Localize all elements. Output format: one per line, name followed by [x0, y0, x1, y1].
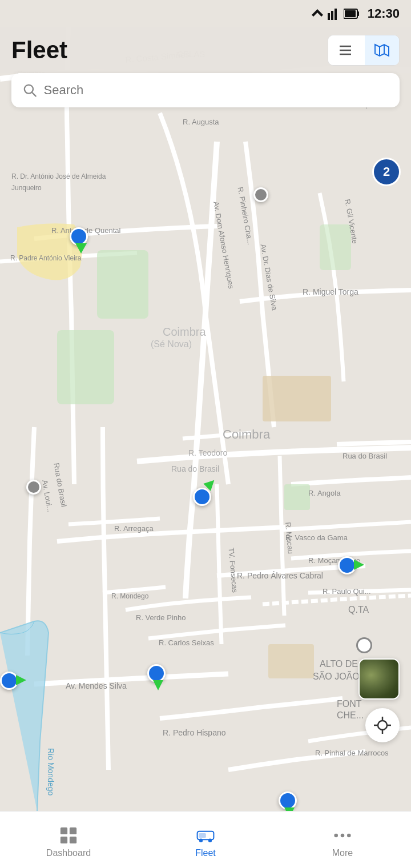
svg-rect-3 — [335, 9, 337, 20]
svg-rect-2 — [331, 11, 333, 20]
svg-text:Av. Mendes Silva: Av. Mendes Silva — [66, 681, 127, 690]
svg-text:Coimbra: Coimbra — [223, 427, 271, 441]
wifi-icon — [311, 7, 324, 21]
battery-icon — [344, 7, 360, 20]
svg-rect-5 — [357, 11, 359, 16]
svg-text:R. Augusta: R. Augusta — [183, 118, 219, 126]
vehicle-marker-6[interactable] — [356, 637, 372, 653]
svg-text:R. Verde Pinho: R. Verde Pinho — [136, 613, 186, 622]
vehicle-marker-9[interactable] — [279, 791, 297, 810]
status-icons: 12:30 — [311, 6, 400, 21]
nav-label-dashboard: Dashboard — [46, 848, 91, 858]
svg-text:R. Dr. António José de Almeida: R. Dr. António José de Almeida — [11, 172, 106, 180]
svg-text:R. Angola: R. Angola — [308, 489, 341, 497]
svg-text:ALTO DE: ALTO DE — [320, 659, 358, 669]
svg-rect-70 — [70, 827, 76, 834]
svg-rect-69 — [61, 827, 67, 834]
svg-rect-6 — [345, 10, 356, 17]
svg-text:Q.TA: Q.TA — [348, 605, 369, 614]
page-title: Fleet — [11, 37, 67, 64]
svg-line-14 — [32, 93, 36, 97]
status-time: 12:30 — [368, 6, 400, 21]
svg-marker-0 — [312, 9, 323, 17]
vehicle-marker-2[interactable] — [253, 187, 268, 202]
bottom-nav: Dashboard Fleet More — [0, 811, 411, 868]
svg-text:(Sé Nova): (Sé Nova) — [151, 339, 192, 349]
svg-rect-15 — [0, 27, 411, 811]
svg-text:Junqueiro: Junqueiro — [11, 184, 42, 192]
vehicle-arrow-5 — [354, 560, 364, 570]
vehicle-marker-8[interactable] — [147, 664, 166, 682]
fleet-icon — [196, 826, 215, 845]
nav-label-fleet: Fleet — [195, 848, 216, 858]
more-icon — [333, 826, 352, 845]
svg-text:R. Paulo Qui...: R. Paulo Qui... — [323, 587, 371, 596]
map-background: R. Costa Simões CELAS Av. Biss... Coimbr… — [0, 27, 411, 811]
signal-icon — [328, 7, 340, 20]
svg-text:R. Vasco da Gama: R. Vasco da Gama — [285, 533, 348, 542]
svg-rect-18 — [284, 484, 310, 510]
vehicle-dot-4 — [193, 488, 211, 506]
cluster-badge[interactable]: 2 — [372, 158, 401, 186]
vehicle-arrow-1 — [75, 243, 87, 254]
svg-text:Rua do Brasil: Rua do Brasil — [342, 452, 387, 460]
svg-text:R. Pedro Hispano: R. Pedro Hispano — [163, 728, 226, 737]
svg-text:Rua do Brasil: Rua do Brasil — [171, 464, 219, 473]
nav-item-fleet[interactable]: Fleet — [137, 822, 274, 858]
view-toggle — [328, 35, 400, 66]
vehicle-dot-2 — [253, 187, 268, 202]
svg-rect-71 — [61, 836, 67, 843]
svg-point-75 — [199, 838, 203, 842]
satellite-thumbnail[interactable] — [358, 658, 400, 700]
search-input[interactable] — [44, 83, 388, 98]
search-icon — [23, 83, 37, 98]
svg-point-76 — [208, 838, 212, 842]
location-crosshair-icon — [374, 717, 391, 734]
nav-item-more[interactable]: More — [274, 822, 411, 858]
svg-point-64 — [378, 721, 387, 730]
svg-rect-17 — [57, 330, 114, 404]
map-icon — [374, 42, 390, 58]
svg-text:Coimbra: Coimbra — [163, 326, 206, 338]
vehicle-arrow-8 — [153, 680, 163, 690]
vehicle-marker-1[interactable] — [70, 227, 88, 246]
vehicle-dot-3 — [26, 480, 41, 495]
vehicle-marker-3[interactable] — [26, 480, 41, 495]
vehicle-marker-5[interactable] — [338, 556, 356, 574]
vehicle-arrow-7 — [16, 675, 26, 685]
dashboard-icon — [59, 826, 78, 845]
svg-text:R. Mondego: R. Mondego — [111, 592, 149, 600]
list-icon — [337, 42, 353, 58]
svg-rect-74 — [199, 833, 206, 838]
svg-point-79 — [347, 833, 351, 837]
vehicle-dot-6 — [356, 637, 372, 653]
location-button[interactable] — [365, 708, 400, 742]
svg-point-77 — [334, 833, 338, 837]
search-container — [11, 73, 400, 107]
map-container[interactable]: R. Costa Simões CELAS Av. Biss... Coimbr… — [0, 27, 411, 811]
svg-marker-10 — [375, 45, 389, 56]
svg-rect-72 — [70, 836, 76, 843]
map-view-button[interactable] — [365, 35, 399, 65]
vehicle-marker-4[interactable] — [193, 488, 211, 506]
svg-text:SÃO JOÃO: SÃO JOÃO — [313, 670, 360, 681]
svg-rect-19 — [320, 224, 351, 270]
svg-text:R. Padre António Vieira: R. Padre António Vieira — [10, 254, 82, 262]
satellite-image — [360, 660, 398, 698]
svg-rect-20 — [263, 376, 331, 421]
svg-point-78 — [341, 833, 345, 837]
vehicle-marker-7[interactable] — [0, 672, 18, 690]
svg-text:R. Pedro Álvares Cabral: R. Pedro Álvares Cabral — [237, 571, 323, 580]
nav-item-dashboard[interactable]: Dashboard — [0, 822, 137, 858]
status-bar: 12:30 — [0, 0, 411, 27]
svg-text:R. Pinhal de Marrocos: R. Pinhal de Marrocos — [315, 749, 389, 757]
svg-text:R. Miguel Torga: R. Miguel Torga — [303, 287, 358, 296]
svg-text:R. Teodoro: R. Teodoro — [188, 448, 227, 457]
svg-text:Rio Mondego: Rio Mondego — [46, 748, 55, 795]
svg-rect-16 — [97, 250, 148, 319]
svg-rect-21 — [268, 644, 314, 678]
nav-label-more: More — [332, 848, 353, 858]
svg-text:R. Arregaça: R. Arregaça — [114, 524, 154, 533]
list-view-button[interactable] — [328, 35, 362, 65]
svg-rect-1 — [328, 13, 330, 20]
